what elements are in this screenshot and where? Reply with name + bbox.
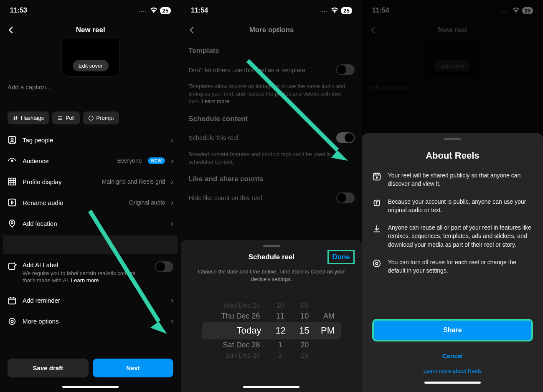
text-copy-icon: [372, 198, 381, 207]
svg-point-18: [376, 262, 378, 265]
likes-heading: Like and share counts: [181, 167, 362, 187]
header: New reel: [0, 21, 181, 39]
download-icon: [372, 224, 381, 233]
learn-more-link[interactable]: Learn more: [71, 277, 99, 283]
divider: [3, 235, 178, 254]
sheet-title: Schedule reel: [249, 253, 295, 261]
learn-more-reels-link[interactable]: Learn more about Reels: [372, 364, 533, 378]
status-time: 11:54: [191, 7, 208, 14]
header: More options: [181, 21, 362, 39]
date-time-picker[interactable]: Tue Dec 24900 Wed Dec 251005 Thu Dec 261…: [181, 291, 362, 382]
template-heading: Template: [181, 39, 362, 58]
rename-audio-row[interactable]: Rename audio Original audio ›: [0, 192, 181, 213]
cancel-button[interactable]: Cancel: [372, 348, 533, 364]
cell-dots-icon: ....: [139, 8, 147, 13]
hashtag-icon: [13, 115, 18, 121]
screen-2: 11:54 .... 25 More options Template Don'…: [181, 0, 362, 392]
home-indicator[interactable]: [424, 382, 481, 384]
ai-label-toggle[interactable]: [155, 261, 173, 272]
chevron-right-icon: ›: [171, 296, 173, 305]
chevron-right-icon: ›: [171, 177, 173, 186]
cover-preview: Edit cover: [0, 39, 181, 83]
about-reels-sheet: About Reels Your reel will be shared pub…: [362, 133, 543, 392]
chip-row: Hashtags Poll Prompt: [0, 111, 181, 129]
add-reminder-row[interactable]: Add reminder ›: [0, 290, 181, 311]
button-row: Save draft Next: [0, 354, 181, 382]
tag-people-row[interactable]: Tag people ›: [0, 129, 181, 150]
schedule-sheet: Schedule reel Done Choose the date and t…: [181, 240, 362, 392]
svg-point-6: [11, 222, 13, 224]
sparkle-icon: [8, 261, 17, 271]
learn-more-link[interactable]: Learn more: [201, 98, 229, 104]
share-button[interactable]: Share: [372, 319, 533, 341]
hide-likes-toggle[interactable]: [336, 192, 355, 203]
sheet-grabber[interactable]: [444, 138, 461, 140]
page-title: More options: [249, 26, 294, 34]
back-button[interactable]: [188, 25, 198, 35]
hashtags-chip[interactable]: Hashtags: [8, 111, 49, 124]
list-icon: [57, 115, 63, 121]
grid-icon: [8, 177, 17, 186]
svg-rect-8: [9, 298, 16, 304]
svg-point-10: [11, 320, 13, 323]
sheet-grabber[interactable]: [263, 245, 280, 247]
svg-rect-7: [9, 263, 15, 270]
battery-icon: 25: [341, 7, 352, 14]
reels-icon: [372, 172, 381, 181]
status-right: .... 25: [139, 7, 171, 14]
schedule-heading: Schedule content: [181, 107, 362, 126]
hide-likes-row: Hide like count on this reel: [181, 187, 362, 209]
svg-point-17: [373, 260, 380, 267]
schedule-toggle[interactable]: [336, 132, 355, 143]
eye-icon: [8, 156, 17, 165]
calendar-icon: [8, 296, 17, 305]
settings-icon: [372, 259, 381, 268]
template-toggle-row: Don't let others use this reel as a temp…: [181, 58, 362, 81]
svg-rect-4: [9, 178, 16, 185]
battery-icon: 25: [160, 7, 171, 14]
svg-point-2: [11, 138, 13, 140]
svg-point-9: [9, 318, 15, 324]
profile-display-row[interactable]: Profile display Main grid and Reels grid…: [0, 171, 181, 192]
chevron-right-icon: ›: [171, 317, 173, 326]
poll-chip[interactable]: Poll: [52, 111, 80, 124]
location-icon: [8, 219, 17, 228]
audience-row[interactable]: Audience Everyone NEW ›: [0, 150, 181, 171]
svg-point-3: [11, 159, 13, 162]
template-toggle[interactable]: [336, 64, 355, 75]
back-button[interactable]: [7, 25, 17, 35]
sheet-description: Choose the date and time below. Time zon…: [181, 266, 362, 291]
chevron-right-icon: ›: [171, 198, 173, 207]
gear-icon: [8, 317, 17, 326]
cell-dots-icon: ....: [320, 8, 328, 13]
prompt-icon: [88, 115, 94, 121]
next-button[interactable]: Next: [93, 359, 174, 377]
wifi-icon: [331, 8, 338, 13]
new-badge: NEW: [148, 157, 165, 164]
page-title: New reel: [76, 26, 105, 34]
schedule-toggle-row: Schedule this reel: [181, 126, 362, 149]
prompt-chip[interactable]: Prompt: [83, 111, 119, 124]
chevron-right-icon: ›: [171, 157, 173, 165]
status-time: 11:53: [10, 7, 27, 14]
status-bar: 11:54 .... 25: [181, 0, 362, 21]
add-location-row[interactable]: Add location ›: [0, 213, 181, 234]
ai-label-row[interactable]: Add AI Label We require you to label cer…: [0, 255, 181, 290]
edit-cover-button[interactable]: Edit cover: [73, 60, 109, 71]
screen-1: 11:53 .... 25 New reel Edit cover Add a …: [0, 0, 181, 392]
done-button[interactable]: Done: [327, 250, 355, 264]
screen-3: 11:54 .... 25 New reel Edit cover Add a …: [362, 0, 543, 392]
home-indicator[interactable]: [62, 386, 119, 388]
chevron-right-icon: ›: [171, 136, 173, 144]
person-icon: [8, 135, 17, 144]
audio-icon: [8, 198, 17, 207]
svg-rect-15: [373, 173, 380, 180]
wifi-icon: [150, 8, 157, 13]
more-options-row[interactable]: More options ›: [0, 311, 181, 332]
chevron-right-icon: ›: [171, 219, 173, 228]
svg-point-0: [89, 116, 93, 120]
save-draft-button[interactable]: Save draft: [8, 359, 89, 377]
about-title: About Reels: [372, 150, 533, 161]
home-indicator[interactable]: [243, 386, 299, 388]
caption-input[interactable]: Add a caption...: [0, 83, 181, 111]
